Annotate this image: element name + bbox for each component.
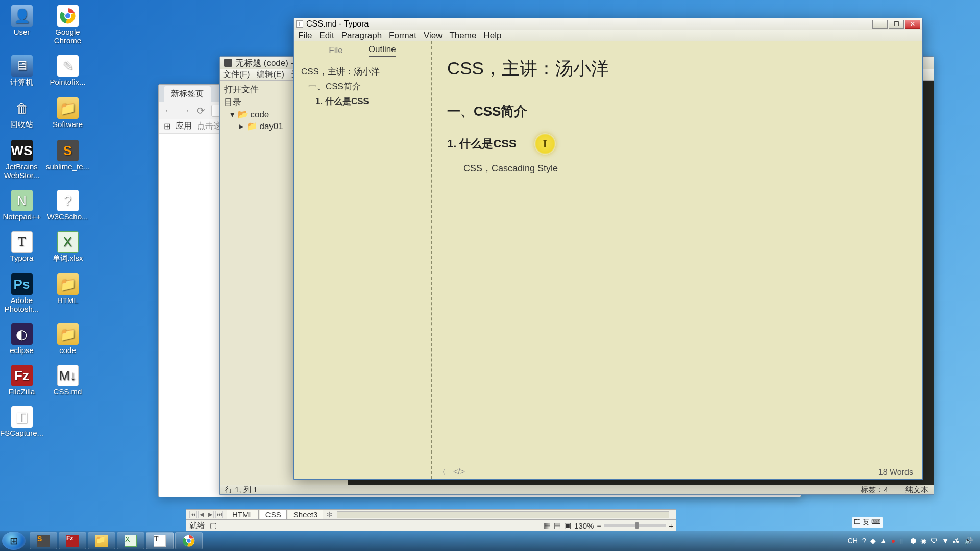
zoom-slider[interactable] xyxy=(604,524,666,527)
computer-icon: 🖥 xyxy=(11,55,33,77)
folder-icon: 📁 xyxy=(57,323,79,345)
desktop-icon-notepadpp[interactable]: NNotepad++ xyxy=(5,190,38,221)
menu-view[interactable]: View xyxy=(424,31,443,41)
desktop-icon-filezilla[interactable]: FzFileZilla xyxy=(5,365,38,396)
sheet-nav-last-icon[interactable]: ⏭ xyxy=(215,511,223,518)
desktop-icon-cssmd[interactable]: M↓CSS.md xyxy=(51,365,84,396)
menu-file[interactable]: File xyxy=(298,31,312,41)
word-count[interactable]: 18 Words xyxy=(878,468,913,477)
desktop-icon-pointofix[interactable]: ✎Pointofix... xyxy=(51,55,84,87)
typora-titlebar[interactable]: T CSS.md - Typora — ☐ ✕ xyxy=(294,18,922,30)
desktop-icon-user[interactable]: 👤User xyxy=(5,5,38,45)
tray-icon[interactable]: ▼ xyxy=(942,537,949,545)
status-position: 行 1, 列 1 xyxy=(225,485,257,495)
volume-icon[interactable]: 🔊 xyxy=(964,537,973,545)
webstorm-icon: WS xyxy=(11,140,33,161)
task-explorer[interactable]: 📁 xyxy=(88,532,115,549)
tray-icon[interactable]: ● xyxy=(891,537,895,545)
view-normal-icon[interactable]: ▦ xyxy=(544,521,551,530)
status-tabs[interactable]: 标签：4 xyxy=(861,485,888,494)
zoom-level[interactable]: 130% xyxy=(574,521,594,530)
task-sublime[interactable]: S xyxy=(30,532,57,549)
sheet-nav-next-icon[interactable]: ▶ xyxy=(207,511,214,518)
tray-icon[interactable]: ◆ xyxy=(870,537,876,545)
apps-icon[interactable]: ⊞ xyxy=(164,121,170,131)
task-typora[interactable]: T xyxy=(146,532,174,549)
doc-h3[interactable]: 1. 什么是CSS I xyxy=(447,133,907,155)
menu-theme[interactable]: Theme xyxy=(449,31,476,41)
outline-item-what-is-css[interactable]: 1. 什么是CSS xyxy=(301,94,424,109)
desktop-icon-computer[interactable]: 🖥计算机 xyxy=(5,55,38,87)
forward-icon[interactable]: → xyxy=(180,105,190,116)
sublime-app-icon xyxy=(224,59,232,67)
menu-format[interactable]: Format xyxy=(389,31,416,41)
source-mode-icon[interactable]: </> xyxy=(453,467,465,478)
desktop-icon-software[interactable]: 📁Software xyxy=(51,97,84,130)
outline-item-intro[interactable]: 一、CSS简介 xyxy=(301,80,424,94)
typora-editor[interactable]: CSS，主讲：汤小洋 一、CSS简介 1. 什么是CSS I CSS，Casca… xyxy=(432,41,922,479)
text-caret xyxy=(561,164,561,174)
typora-app-icon: T xyxy=(296,20,303,28)
reload-icon[interactable]: ⟳ xyxy=(197,105,205,117)
desktop-icon-w3cschool[interactable]: ?W3CScho... xyxy=(51,190,84,221)
menu-paragraph[interactable]: Paragraph xyxy=(341,31,382,41)
desktop-icon-html-folder[interactable]: 📁HTML xyxy=(51,273,84,313)
desktop-icon-chrome[interactable]: Google Chrome xyxy=(51,5,84,45)
panel-tab-outline[interactable]: Outline xyxy=(369,44,396,57)
status-record-icon[interactable]: ▢ xyxy=(210,521,217,530)
desktop-icon-photoshop[interactable]: PsAdobe Photosh... xyxy=(5,273,38,313)
task-filezilla[interactable]: Fz xyxy=(59,532,86,549)
close-button[interactable]: ✕ xyxy=(905,20,920,29)
desktop-icon-eclipse[interactable]: ◐eclipse xyxy=(5,323,38,355)
tray-icon[interactable]: 🛡 xyxy=(930,537,938,545)
desktop-icon-sublime[interactable]: Ssublime_te... xyxy=(51,140,84,180)
tray-icon[interactable]: ◉ xyxy=(920,537,926,545)
sheet-tab-html[interactable]: HTML xyxy=(227,510,259,519)
status-syntax[interactable]: 纯文本 xyxy=(905,485,928,494)
apps-label[interactable]: 应用 xyxy=(176,121,192,132)
network-icon[interactable]: 🖧 xyxy=(953,537,960,545)
zoom-in-icon[interactable]: + xyxy=(669,521,673,530)
menu-help[interactable]: Help xyxy=(483,31,501,41)
outline-root[interactable]: CSS，主讲：汤小洋 xyxy=(301,65,424,80)
desktop-icon-fscapture[interactable]: ◧FSCapture... xyxy=(5,406,38,437)
horizontal-scrollbar[interactable] xyxy=(337,511,669,518)
doc-h2[interactable]: 一、CSS简介 xyxy=(447,103,907,120)
sheet-tab-css[interactable]: CSS xyxy=(260,510,287,519)
desktop-icon-recycle[interactable]: 🗑回收站 xyxy=(5,97,38,130)
sheet-nav-first-icon[interactable]: ⏮ xyxy=(189,511,197,518)
desktop-icon-webstorm[interactable]: WSJetBrains WebStor... xyxy=(5,140,38,180)
ime-lang[interactable]: CH xyxy=(848,537,858,545)
maximize-button[interactable]: ☐ xyxy=(889,20,904,29)
chrome-tab[interactable]: 新标签页 xyxy=(164,86,211,102)
back-icon[interactable]: 〈 xyxy=(438,467,446,478)
tray-icon[interactable]: ▦ xyxy=(899,537,906,545)
tray-icon[interactable]: ⬢ xyxy=(910,537,916,545)
menu-edit[interactable]: 编辑(E) xyxy=(257,69,284,80)
start-button[interactable]: ⊞ xyxy=(2,532,26,550)
task-excel[interactable]: X xyxy=(117,532,144,549)
view-break-icon[interactable]: ▣ xyxy=(564,521,571,530)
sublime-icon: S xyxy=(37,535,50,547)
ime-indicator[interactable]: 🗔 英 ⌨ xyxy=(852,517,883,528)
task-chrome[interactable] xyxy=(175,532,203,549)
back-icon[interactable]: ← xyxy=(164,105,174,116)
new-sheet-icon[interactable]: ✻ xyxy=(326,510,333,519)
eclipse-icon: ◐ xyxy=(11,323,33,345)
menu-file[interactable]: 文件(F) xyxy=(223,69,250,80)
sheet-nav-prev-icon[interactable]: ◀ xyxy=(198,511,205,518)
sheet-tab-sheet3[interactable]: Sheet3 xyxy=(288,510,324,519)
menu-edit[interactable]: Edit xyxy=(319,31,334,41)
view-layout-icon[interactable]: ▤ xyxy=(554,521,561,530)
desktop-icon-code-folder[interactable]: 📁code xyxy=(51,323,84,355)
desktop-icon-excel-file[interactable]: X单词.xlsx xyxy=(51,231,84,263)
minimize-button[interactable]: — xyxy=(872,20,888,29)
zoom-out-icon[interactable]: − xyxy=(597,521,601,530)
tray-icon[interactable]: ▲ xyxy=(880,537,887,545)
help-icon[interactable]: ? xyxy=(862,537,866,545)
desktop-icon-typora[interactable]: TTypora xyxy=(5,231,38,263)
doc-title[interactable]: CSS，主讲：汤小洋 xyxy=(447,57,907,81)
folder-icon: 📁 xyxy=(57,273,79,295)
panel-tab-file[interactable]: File xyxy=(329,45,342,56)
doc-paragraph[interactable]: CSS，Cascading Style xyxy=(447,162,907,174)
